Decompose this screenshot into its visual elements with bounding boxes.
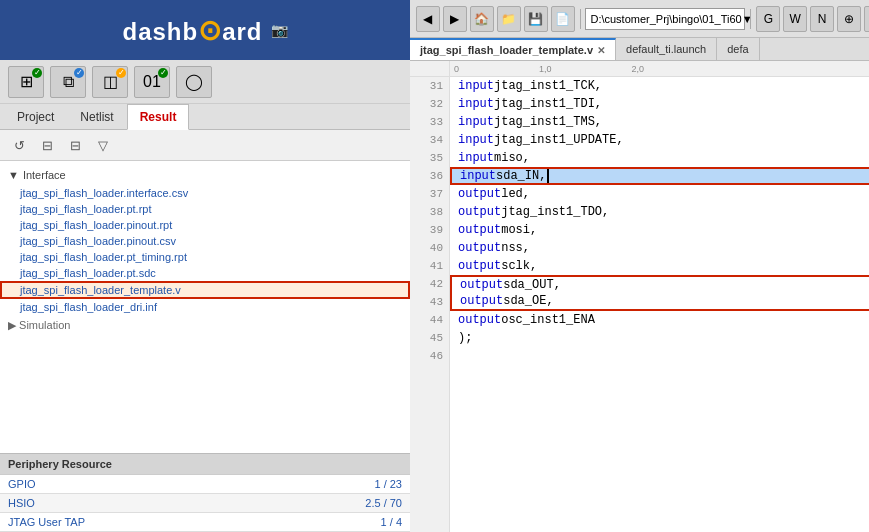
kw-34: input: [458, 133, 494, 147]
code-line-42: output sda_OUT,: [450, 275, 869, 293]
resource-hsio: HSIO 2.5 / 70: [0, 494, 410, 513]
tab-project[interactable]: Project: [4, 104, 67, 129]
resource-gpio: GPIO 1 / 23: [0, 475, 410, 494]
sig-40: nss,: [501, 241, 530, 255]
home-button[interactable]: 🏠: [470, 6, 494, 32]
search-w-button[interactable]: W: [783, 6, 807, 32]
toolbar-icon-extra2[interactable]: ⊗: [864, 6, 869, 32]
badge-4: ✓: [158, 68, 168, 78]
simulation-arrow[interactable]: ▶: [8, 319, 16, 331]
path-combo[interactable]: D:\customer_Prj\bingo\01_Ti60▼: [585, 8, 745, 30]
kw-32: input: [458, 97, 494, 111]
code-line-37: output led,: [450, 185, 869, 203]
resource-jtag: JTAG User TAP 1 / 4: [0, 513, 410, 532]
sig-38: jtag_inst1_TDO,: [501, 205, 609, 219]
sig-44: osc_inst1_ENA: [501, 313, 595, 327]
box-icon: ◫: [103, 72, 118, 91]
tab-netlist[interactable]: Netlist: [67, 104, 126, 129]
forward-button[interactable]: ▶: [443, 6, 467, 32]
kw-31: input: [458, 79, 494, 93]
panel-toolbar: ↺ ⊟ ⊟ ▽: [0, 130, 410, 161]
file-tabs: jtag_spi_flash_loader_template.v ✕ defau…: [410, 38, 869, 61]
file-tab-template-label: jtag_spi_flash_loader_template.v: [420, 44, 593, 56]
code-line-35: input miso,: [450, 149, 869, 167]
camera-icon[interactable]: 📷: [271, 22, 288, 38]
tree-item-4[interactable]: jtag_spi_flash_loader.pt_timing.rpt: [0, 249, 410, 265]
sig-35: miso,: [494, 151, 530, 165]
search-g-button[interactable]: G: [756, 6, 780, 32]
toolbar-icon-4[interactable]: 01 ✓: [134, 66, 170, 98]
ruler-mark-0: 0: [454, 64, 459, 74]
kw-40: output: [458, 241, 501, 255]
line-num-42: 42: [410, 275, 449, 293]
line-num-39: 39: [410, 221, 449, 239]
code-line-43: output sda_OE,: [450, 293, 869, 311]
badge-3: ✓: [116, 68, 126, 78]
left-toolbar: ⊞ ✓ ⧉ ✓ ◫ ✓ 01 ✓ ◯: [0, 60, 410, 104]
toolbar-icon-5[interactable]: ◯: [176, 66, 212, 98]
tab-result[interactable]: Result: [127, 104, 190, 130]
toolbar-icon-3[interactable]: ◫ ✓: [92, 66, 128, 98]
line-num-43: 43: [410, 293, 449, 311]
toolbar-n-button[interactable]: N: [810, 6, 834, 32]
line-num-36: 36: [410, 167, 449, 185]
toolbar-icon-1[interactable]: ⊞ ✓: [8, 66, 44, 98]
sig-36: sda_IN,: [496, 169, 546, 183]
separator-2: [750, 9, 751, 29]
files-icon[interactable]: 📄: [551, 6, 575, 32]
file-tab-template[interactable]: jtag_spi_flash_loader_template.v ✕: [410, 38, 616, 60]
code-lines[interactable]: input jtag_inst1_TCK, input jtag_inst1_T…: [450, 77, 869, 532]
file-tab-defa[interactable]: defa: [717, 38, 759, 60]
kw-44: output: [458, 313, 501, 327]
toolbar-icon-2[interactable]: ⧉ ✓: [50, 66, 86, 98]
ruler: 0 1,0 2,0: [410, 61, 869, 77]
toolbar-icon-extra1[interactable]: ⊕: [837, 6, 861, 32]
folder-icon[interactable]: 📁: [497, 6, 521, 32]
sig-33: jtag_inst1_TMS,: [494, 115, 602, 129]
tree-item-1[interactable]: jtag_spi_flash_loader.pt.rpt: [0, 201, 410, 217]
code-line-32: input jtag_inst1_TDI,: [450, 95, 869, 113]
file-tab-launch[interactable]: default_ti.launch: [616, 38, 717, 60]
cursor-36: [547, 169, 549, 183]
sig-39: mosi,: [501, 223, 537, 237]
group-label-interface: Interface: [23, 169, 66, 181]
tree-item-0[interactable]: jtag_spi_flash_loader.interface.csv: [0, 185, 410, 201]
sig-34: jtag_inst1_UPDATE,: [494, 133, 624, 147]
grid-icon: ⊞: [20, 72, 33, 91]
sig-31: jtag_inst1_TCK,: [494, 79, 602, 93]
tree-group-interface: ▼ Interface: [0, 165, 410, 185]
resource-gpio-value: 1 / 23: [374, 478, 402, 490]
tree-item-2[interactable]: jtag_spi_flash_loader.pinout.rpt: [0, 217, 410, 233]
badge-2: ✓: [74, 68, 84, 78]
line-num-34: 34: [410, 131, 449, 149]
left-tabs: Project Netlist Result: [0, 104, 410, 130]
line-num-38: 38: [410, 203, 449, 221]
close-tab-icon[interactable]: ✕: [597, 45, 605, 56]
refresh-button[interactable]: ↺: [8, 134, 30, 156]
expand-button[interactable]: ⊟: [64, 134, 86, 156]
tree-item-3[interactable]: jtag_spi_flash_loader.pinout.csv: [0, 233, 410, 249]
resource-hsio-name: HSIO: [8, 497, 365, 509]
collapse-button[interactable]: ⊟: [36, 134, 58, 156]
logo-bar: dashb⊙ard 📷: [0, 0, 410, 60]
sig-32: jtag_inst1_TDI,: [494, 97, 602, 111]
resources-header: Periphery Resource: [0, 454, 410, 475]
code-line-41: output sclk,: [450, 257, 869, 275]
tree-item-7[interactable]: jtag_spi_flash_loader_dri.inf: [0, 299, 410, 315]
disk-icon[interactable]: 💾: [524, 6, 548, 32]
tree-item-template[interactable]: jtag_spi_flash_loader_template.v: [0, 281, 410, 299]
line-num-41: 41: [410, 257, 449, 275]
back-button[interactable]: ◀: [416, 6, 440, 32]
kw-38: output: [458, 205, 501, 219]
collapse-arrow[interactable]: ▼: [8, 169, 19, 181]
tree-item-5[interactable]: jtag_spi_flash_loader.pt.sdc: [0, 265, 410, 281]
sig-45: );: [458, 331, 472, 345]
code-line-36: input sda_IN,: [450, 167, 869, 185]
group-label-simulation: Simulation: [19, 319, 70, 331]
line-num-37: 37: [410, 185, 449, 203]
line-numbers: 31 32 33 34 35 36 37 38 39 40 41 42 43 4…: [410, 77, 450, 532]
ruler-space: [410, 61, 450, 76]
line-num-46: 46: [410, 347, 449, 365]
filter-button[interactable]: ▽: [92, 134, 114, 156]
kw-42: output: [460, 278, 503, 292]
